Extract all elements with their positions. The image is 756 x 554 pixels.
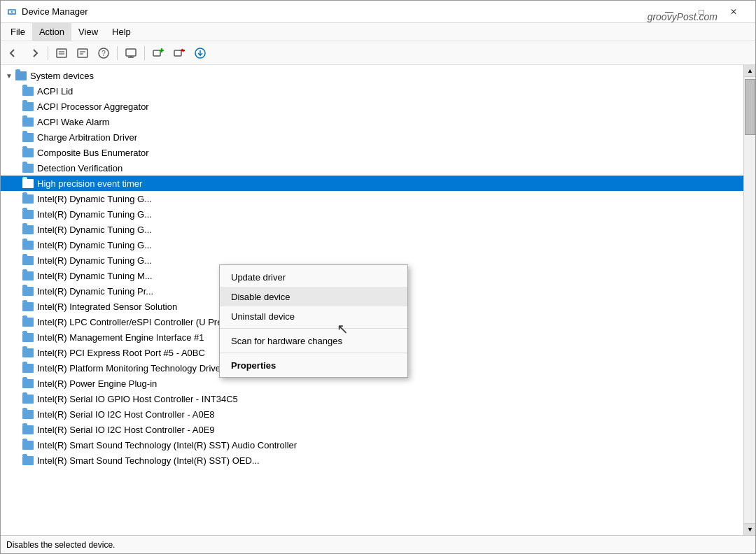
menu-help[interactable]: Help bbox=[105, 23, 138, 41]
title-bar-left: Device Manager bbox=[6, 6, 88, 17]
tree-item-intel-power[interactable]: Intel(R) Power Engine Plug-in bbox=[1, 376, 743, 391]
folder-icon bbox=[22, 439, 34, 450]
window-title: Device Manager bbox=[22, 6, 88, 17]
tree-item-intel-dyn-3[interactable]: Intel(R) Dynamic Tuning G... bbox=[1, 222, 743, 237]
svg-rect-6 bbox=[78, 49, 88, 57]
forward-button[interactable] bbox=[24, 43, 44, 63]
toolbar-separator-3 bbox=[144, 46, 145, 60]
ctx-separator-1 bbox=[220, 328, 407, 329]
scroll-down-arrow[interactable]: ▼ bbox=[744, 523, 755, 535]
toolbar-separator-1 bbox=[48, 46, 48, 60]
folder-icon bbox=[22, 239, 34, 250]
tree-item-high-precision[interactable]: High precision event timer bbox=[1, 176, 743, 191]
folder-icon bbox=[22, 208, 34, 220]
folder-icon bbox=[22, 455, 34, 466]
folder-icon bbox=[22, 132, 34, 143]
folder-icon bbox=[22, 224, 34, 235]
folder-icon bbox=[22, 378, 34, 389]
folder-icon bbox=[22, 393, 34, 404]
folder-icon bbox=[22, 116, 34, 127]
svg-rect-17 bbox=[174, 50, 181, 56]
folder-icon bbox=[22, 162, 34, 173]
tree-item-intel-gpio[interactable]: Intel(R) Serial IO GPIO Host Controller … bbox=[1, 391, 743, 406]
folder-icon bbox=[22, 424, 34, 435]
folder-icon bbox=[22, 362, 34, 374]
menu-view[interactable]: View bbox=[71, 23, 105, 41]
computer-button[interactable] bbox=[121, 43, 141, 63]
collapse-icon[interactable]: ▼ bbox=[4, 70, 15, 81]
folder-icon bbox=[22, 270, 34, 281]
tree-item-intel-i2c-2[interactable]: Intel(R) Serial IO I2C Host Controller -… bbox=[1, 422, 743, 437]
toolbar: ? bbox=[1, 41, 755, 65]
watermark: groovyPost.com bbox=[648, 11, 718, 22]
update-driver-button[interactable] bbox=[73, 43, 92, 63]
scrollbar-thumb[interactable] bbox=[745, 79, 755, 135]
remove-device-button[interactable] bbox=[169, 43, 189, 63]
toolbar-separator-2 bbox=[117, 46, 118, 60]
tree-item-intel-dyn-4[interactable]: Intel(R) Dynamic Tuning G... bbox=[1, 237, 743, 253]
status-bar: Disables the selected device. bbox=[1, 535, 755, 553]
tree-item-acpi-processor[interactable]: ACPI Processor Aggregator bbox=[1, 99, 743, 114]
folder-icon bbox=[22, 193, 34, 204]
help-button[interactable]: ? bbox=[94, 43, 113, 63]
root-label: System devices bbox=[30, 71, 94, 81]
device-manager-window: Device Manager groovyPost.com — □ ✕ File… bbox=[0, 0, 756, 554]
folder-icon bbox=[22, 147, 34, 158]
ctx-disable-device[interactable]: Disable device bbox=[220, 287, 407, 306]
folder-icon bbox=[22, 332, 34, 343]
add-device-button[interactable] bbox=[148, 43, 168, 63]
scroll-up-arrow[interactable]: ▲ bbox=[744, 65, 755, 77]
svg-line-19 bbox=[182, 49, 183, 52]
menu-action[interactable]: Action bbox=[32, 23, 71, 41]
tree-item-acpi-lid[interactable]: ACPI Lid bbox=[1, 83, 743, 99]
status-text: Disables the selected device. bbox=[6, 540, 115, 550]
tree-item-intel-sst-audio[interactable]: Intel(R) Smart Sound Technology (Intel(R… bbox=[1, 437, 743, 453]
svg-rect-14 bbox=[153, 50, 160, 56]
tree-item-detection-verification[interactable]: Detection Verification bbox=[1, 160, 743, 176]
tree-item-intel-i2c-1[interactable]: Intel(R) Serial IO I2C Host Controller -… bbox=[1, 406, 743, 422]
folder-icon bbox=[22, 255, 34, 266]
folder-icon bbox=[22, 347, 34, 358]
properties-button[interactable] bbox=[52, 43, 71, 63]
tree-root-system-devices[interactable]: ▼ System devices bbox=[1, 68, 743, 83]
main-area: ▼ System devices ACPI Lid ACPI Processor… bbox=[1, 65, 755, 535]
tree-item-acpi-wake[interactable]: ACPI Wake Alarm bbox=[1, 114, 743, 129]
svg-point-2 bbox=[11, 10, 13, 13]
svg-text:?: ? bbox=[102, 50, 106, 57]
folder-icon-selected bbox=[22, 178, 34, 189]
svg-rect-11 bbox=[126, 49, 136, 56]
ctx-scan-hardware[interactable]: Scan for hardware changes bbox=[220, 331, 407, 350]
ctx-properties[interactable]: Properties bbox=[220, 355, 407, 375]
tree-item-intel-dyn-2[interactable]: Intel(R) Dynamic Tuning G... bbox=[1, 206, 743, 222]
download-button[interactable] bbox=[190, 43, 210, 63]
tree-item-intel-sst-oed[interactable]: Intel(R) Smart Sound Technology (Intel(R… bbox=[1, 453, 743, 468]
tree-item-composite-bus[interactable]: Composite Bus Enumerator bbox=[1, 145, 743, 160]
menu-file[interactable]: File bbox=[4, 23, 32, 41]
ctx-uninstall-device[interactable]: Uninstall device bbox=[220, 306, 407, 326]
title-bar: Device Manager groovyPost.com — □ ✕ bbox=[1, 1, 755, 23]
menu-bar: File Action View Help bbox=[1, 23, 755, 41]
folder-icon bbox=[22, 316, 34, 327]
context-menu: Update driver Disable device Uninstall d… bbox=[219, 264, 408, 378]
close-button[interactable]: ✕ bbox=[718, 1, 750, 23]
folder-icon bbox=[22, 301, 34, 312]
computer-folder-icon bbox=[15, 70, 27, 81]
vertical-scrollbar[interactable]: ▲ ▼ bbox=[743, 65, 755, 535]
back-button[interactable] bbox=[4, 43, 23, 63]
ctx-update-driver[interactable]: Update driver bbox=[220, 267, 407, 287]
tree-item-charge-arbitration[interactable]: Charge Arbitration Driver bbox=[1, 129, 743, 145]
svg-rect-3 bbox=[57, 49, 66, 57]
ctx-separator-2 bbox=[220, 353, 407, 353]
folder-icon bbox=[22, 409, 34, 420]
tree-item-intel-dyn-1[interactable]: Intel(R) Dynamic Tuning G... bbox=[1, 191, 743, 206]
folder-icon bbox=[22, 285, 34, 297]
app-icon bbox=[6, 6, 18, 17]
folder-icon bbox=[22, 85, 34, 97]
folder-icon bbox=[22, 101, 34, 112]
